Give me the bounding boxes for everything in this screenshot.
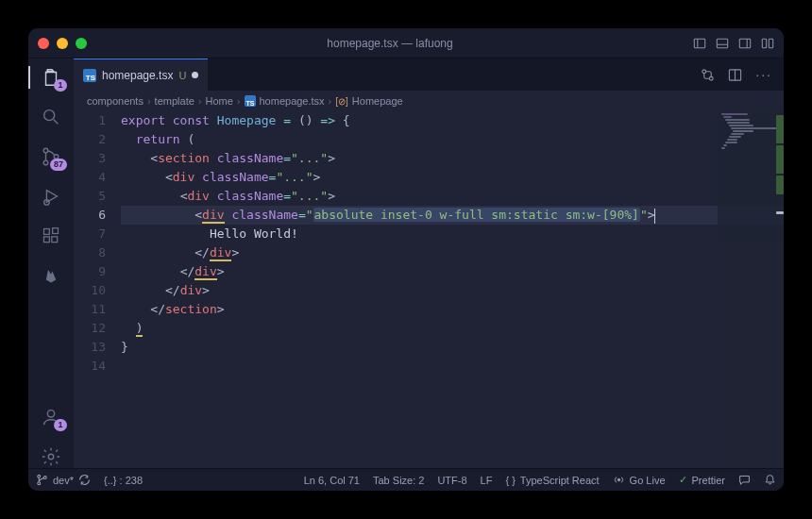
svg-point-21 [702, 69, 706, 73]
svg-rect-0 [694, 39, 704, 48]
split-editor-icon[interactable] [728, 68, 742, 82]
compare-changes-icon[interactable] [701, 68, 715, 82]
symbol-variable-icon: [⊘] [335, 96, 348, 107]
svg-point-20 [48, 454, 54, 460]
chevron-right-icon: › [237, 95, 241, 107]
chevron-right-icon: › [198, 95, 202, 107]
status-bar: dev* {..} : 238 Ln 6, Col 71 Tab Size: 2… [28, 468, 784, 491]
panel-left-icon[interactable] [693, 37, 706, 50]
typescript-react-icon: TS [83, 69, 96, 82]
code-line[interactable] [121, 357, 784, 376]
code-editor[interactable]: 1234567891011121314 export const Homepag… [74, 111, 784, 468]
status-encoding[interactable]: UTF-8 [437, 475, 466, 486]
code-line[interactable]: </div> [121, 262, 784, 281]
tab-git-status: U [178, 70, 186, 81]
code-line[interactable]: <section className="..."> [121, 149, 784, 168]
editor-tabs: TS homepage.tsx U ··· [74, 59, 784, 91]
svg-line-9 [54, 120, 59, 125]
panel-bottom-icon[interactable] [716, 37, 729, 50]
svg-rect-17 [52, 237, 58, 243]
code-line[interactable]: export const Homepage = () => { [121, 111, 784, 130]
code-line[interactable]: } [121, 338, 784, 357]
editor-tab-homepage[interactable]: TS homepage.tsx U [74, 59, 208, 91]
window-title: homepage.tsx — lafuong [87, 37, 693, 50]
code-line[interactable]: </div> [121, 281, 784, 300]
code-line[interactable]: </section> [121, 300, 784, 319]
git-branch-icon [36, 474, 48, 486]
svg-point-27 [43, 477, 46, 479]
code-line[interactable]: </div> [121, 243, 784, 262]
more-actions-icon[interactable]: ··· [755, 67, 772, 82]
close-window-button[interactable] [38, 38, 49, 49]
breadcrumb-item[interactable]: Homepage [352, 95, 403, 107]
code-line[interactable]: <div className="..."> [121, 168, 784, 187]
svg-point-22 [710, 76, 714, 80]
svg-point-25 [38, 475, 41, 477]
tab-modified-indicator[interactable] [192, 72, 198, 78]
minimize-window-button[interactable] [57, 38, 68, 49]
breadcrumb-item[interactable]: components [87, 95, 144, 107]
firebase-activity[interactable] [40, 264, 62, 287]
braces-icon: { } [505, 475, 515, 486]
explorer-badge: 1 [54, 79, 67, 92]
source-control-activity[interactable]: 87 [40, 145, 62, 168]
sync-icon[interactable] [78, 474, 91, 486]
breadcrumbs[interactable]: components › template › Home › TS homepa… [74, 91, 784, 111]
code-line[interactable]: ) [121, 319, 784, 338]
ruler-git-added [776, 115, 784, 143]
svg-point-8 [44, 110, 55, 121]
ruler-git-added [776, 145, 784, 174]
code-content[interactable]: export const Homepage = () => { return (… [121, 111, 784, 468]
overview-ruler [774, 111, 784, 468]
scm-badge: 87 [50, 159, 67, 171]
status-branch[interactable]: dev* [36, 474, 91, 486]
code-line[interactable]: Hello World! [121, 225, 784, 243]
status-cursor-position[interactable]: Ln 6, Col 71 [304, 475, 360, 486]
run-debug-activity[interactable] [40, 185, 62, 208]
feedback-icon [738, 474, 751, 486]
code-line[interactable]: <div className="absolute inset-0 w-full … [121, 206, 784, 225]
svg-rect-7 [769, 39, 772, 48]
chevron-right-icon: › [147, 95, 151, 107]
svg-rect-16 [44, 237, 50, 243]
svg-rect-4 [739, 39, 750, 48]
status-go-live[interactable]: Go Live [613, 474, 666, 486]
ruler-git-added [776, 176, 784, 194]
svg-point-19 [47, 410, 54, 417]
breadcrumb-item[interactable]: template [155, 95, 195, 107]
typescript-react-icon: TS [245, 95, 256, 107]
settings-activity[interactable] [40, 445, 62, 468]
titlebar: homepage.tsx — lafuong [28, 28, 784, 59]
code-line[interactable]: return ( [121, 130, 784, 149]
status-feedback[interactable] [738, 474, 751, 486]
line-number-gutter: 1234567891011121314 [74, 111, 121, 468]
explorer-activity[interactable]: 1 [40, 66, 62, 89]
svg-rect-2 [717, 39, 727, 48]
status-json[interactable]: {..} : 238 [104, 475, 143, 486]
extensions-activity[interactable] [40, 225, 62, 247]
breadcrumb-item[interactable]: homepage.tsx [260, 95, 325, 107]
svg-point-10 [43, 148, 48, 153]
panel-right-icon[interactable] [738, 37, 752, 50]
status-notifications[interactable] [764, 474, 776, 486]
main-area: 1 87 1 [28, 59, 784, 468]
status-eol[interactable]: LF [481, 475, 493, 486]
svg-point-11 [43, 160, 48, 165]
check-icon: ✓ [679, 474, 687, 486]
search-activity[interactable] [40, 106, 62, 128]
svg-rect-15 [44, 229, 50, 235]
maximize-window-button[interactable] [76, 38, 87, 49]
code-line[interactable]: <div className="..."> [121, 187, 784, 206]
activity-bar: 1 87 1 [28, 59, 74, 468]
svg-rect-6 [762, 39, 766, 48]
bell-icon [764, 474, 776, 486]
accounts-activity[interactable]: 1 [40, 406, 62, 428]
status-tab-size[interactable]: Tab Size: 2 [373, 475, 424, 486]
customize-layout-icon[interactable] [761, 37, 774, 50]
layout-controls [693, 37, 774, 50]
window-controls [38, 38, 87, 49]
vscode-window: homepage.tsx — lafuong 1 87 [28, 28, 784, 491]
status-language-mode[interactable]: { } TypeScript React [505, 475, 599, 486]
breadcrumb-item[interactable]: Home [205, 95, 232, 107]
status-prettier[interactable]: ✓ Prettier [679, 474, 725, 486]
